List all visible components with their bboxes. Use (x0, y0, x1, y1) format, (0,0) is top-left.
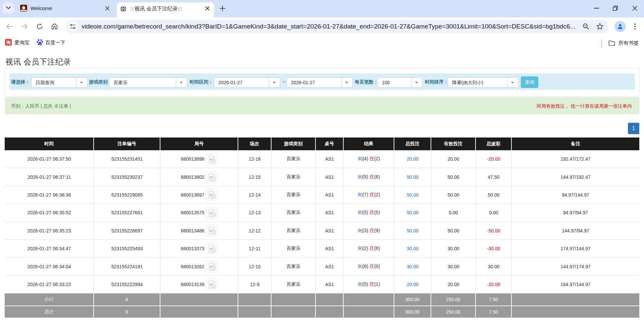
svg-text:du: du (39, 43, 41, 45)
svg-text:炸金花: 炸金花 (22, 10, 26, 11)
svg-text:淘: 淘 (6, 40, 11, 45)
